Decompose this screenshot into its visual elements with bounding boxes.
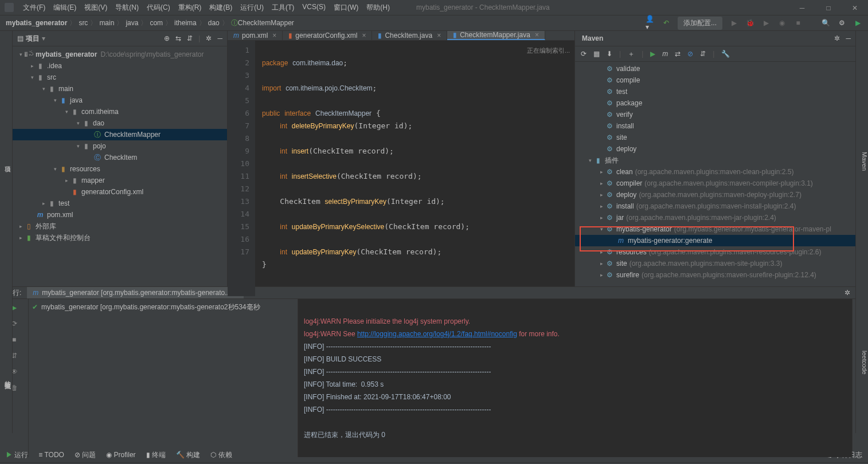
tree-main[interactable]: main [58,85,73,93]
tree-extlib[interactable]: 外部库 [36,222,56,231]
gear-icon[interactable]: ✲ [844,289,850,297]
hide-icon[interactable]: ─ [846,34,851,42]
search-icon[interactable]: 🔍 [821,18,830,27]
bottom-terminal[interactable]: ▮ 终端 [146,450,166,460]
tree-scratch[interactable]: 草稿文件和控制台 [36,233,91,243]
bottom-todo[interactable]: ≡ TODO [38,451,64,459]
maven-install-plugin[interactable]: install [616,202,634,210]
run-tab[interactable]: mmybatis_generator [org.mybatis.generato… [27,287,244,298]
crumb-itheima[interactable]: itheima [174,19,197,27]
m-icon[interactable]: m [662,50,668,58]
crumb-class[interactable]: CheckItemMapper [238,19,294,27]
tab-gencfg[interactable]: ▮generatorConfig.xml× [283,31,372,40]
tree-pom[interactable]: pom.xml [47,211,73,219]
tree-dao[interactable]: dao [93,119,104,127]
back-icon[interactable]: ↶ [662,18,671,27]
menu-navigate[interactable]: 导航(N) [112,1,142,14]
bottom-deps[interactable]: ⬡ 依赖 [210,450,232,460]
run-config-dropdown[interactable]: 添加配置... [678,17,722,30]
run-console[interactable]: log4j:WARN Please initialize the log4j s… [298,299,852,457]
reload-icon[interactable]: ⟳ [581,50,587,58]
maven-install[interactable]: install [616,122,634,130]
crumb-com[interactable]: com [150,19,163,27]
expand-icon[interactable]: ⇆ [175,34,181,42]
add-icon[interactable]: ＋ [628,49,635,59]
project-tree[interactable]: ▾�పmybatis_generatorD:\code\spring\mybat… [13,46,227,286]
maven-validate[interactable]: validate [616,65,640,73]
tree-mapper[interactable]: mapper [81,176,105,184]
tree-java[interactable]: java [70,96,83,104]
debug-icon[interactable]: 🐞 [745,18,754,27]
bottom-problems[interactable]: ⊘ 问题 [75,450,96,460]
maven-jar[interactable]: jar [616,214,624,222]
menu-tools[interactable]: 工具(T) [268,1,298,14]
close-icon[interactable]: × [535,31,539,39]
download-icon[interactable]: ⬇ [607,50,612,58]
skip-icon[interactable]: ⊘ [687,50,693,58]
bottom-run[interactable]: ▶ 运行 [6,450,28,460]
menu-window[interactable]: 窗口(W) [330,1,362,14]
maven-site-plugin[interactable]: site [616,259,627,268]
generate-icon[interactable]: ▦ [593,50,600,58]
maven-deploy[interactable]: deploy [616,145,636,153]
log4j-link[interactable]: http://logging.apache.org/log4j/1.2/faq.… [357,330,517,338]
gear-icon[interactable]: ✲ [206,34,212,42]
toggle-icon[interactable]: ⇄ [675,50,681,58]
maven-mybatis-generator[interactable]: mybatis-generator [616,225,672,233]
bottom-profiler[interactable]: ◉ Profiler [106,451,135,459]
crumb-main[interactable]: main [99,19,114,27]
maximize-button[interactable]: □ [815,0,842,15]
crumb-dao[interactable]: dao [208,19,220,27]
maven-verify[interactable]: verify [616,111,633,119]
menu-edit[interactable]: 编辑(E) [50,1,80,14]
tree-test[interactable]: test [58,199,69,207]
close-icon[interactable]: × [272,32,276,40]
stop-icon[interactable]: ■ [793,18,803,27]
maven-resources[interactable]: resources [616,248,647,256]
play-icon[interactable]: ▶ [853,18,862,27]
right-gutter-maven[interactable]: Maven [855,31,868,286]
crumb-root[interactable]: mybatis_generator [6,19,67,27]
menu-vcs[interactable]: VCS(S) [299,1,329,14]
collapse-icon[interactable]: ⇵ [700,50,706,58]
maven-mbg-generate[interactable]: mybatis-generator:generate [628,237,712,245]
menu-code[interactable]: 代码(C) [143,1,174,14]
maven-clean[interactable]: clean [616,168,633,176]
menu-view[interactable]: 视图(V) [81,1,111,14]
code-editor[interactable]: package com.itheima.dao; import com.ithe… [255,41,574,296]
maven-compiler[interactable]: compiler [616,179,642,187]
minimize-button[interactable]: ─ [789,0,815,15]
tree-pkg[interactable]: com.itheima [81,108,119,116]
run-icon[interactable]: ▶ [729,18,738,27]
menu-run[interactable]: 运行(U) [237,1,267,14]
maven-test[interactable]: test [616,88,627,96]
close-button[interactable]: ✕ [842,0,868,15]
locate-icon[interactable]: ⊕ [164,34,170,42]
maven-deploy-plugin[interactable]: deploy [616,191,636,199]
tree-src[interactable]: src [47,73,56,81]
tab-checkitemmapper[interactable]: ▮CheckItemMapper.java× [447,31,545,40]
coverage-icon[interactable]: ▶ [761,18,771,27]
maven-surefire[interactable]: surefire [616,271,639,279]
tree-idea[interactable]: .idea [47,62,62,70]
maven-site[interactable]: site [616,133,627,141]
left-gutter-project[interactable]: 项目 [0,31,13,286]
menu-help[interactable]: 帮助(H) [363,1,393,14]
menu-refactor[interactable]: 重构(R) [175,1,205,14]
left-gutter-structure[interactable]: 结构 收藏夹 [0,286,13,433]
menu-file[interactable]: 文件(F) [19,1,49,14]
tree-checkitem[interactable]: CheckItem [104,154,137,162]
tab-checkitem[interactable]: ▮CheckItem.java× [372,31,447,40]
maven-package[interactable]: package [616,99,642,107]
bottom-build[interactable]: 🔨 构建 [176,450,200,460]
right-gutter-leetcode[interactable]: leetcode [855,286,868,433]
close-icon[interactable]: × [362,32,366,40]
tree-root[interactable]: mybatis_generator [36,50,97,58]
run-icon[interactable]: ▶ [650,50,655,58]
settings-icon[interactable]: ⚙ [837,18,846,27]
tree-resources[interactable]: resources [70,165,100,173]
crumb-java[interactable]: java [126,19,138,27]
close-icon[interactable]: × [437,32,441,40]
wrench-icon[interactable]: 🔧 [721,50,730,58]
user-icon[interactable]: 👤▾ [646,18,655,27]
